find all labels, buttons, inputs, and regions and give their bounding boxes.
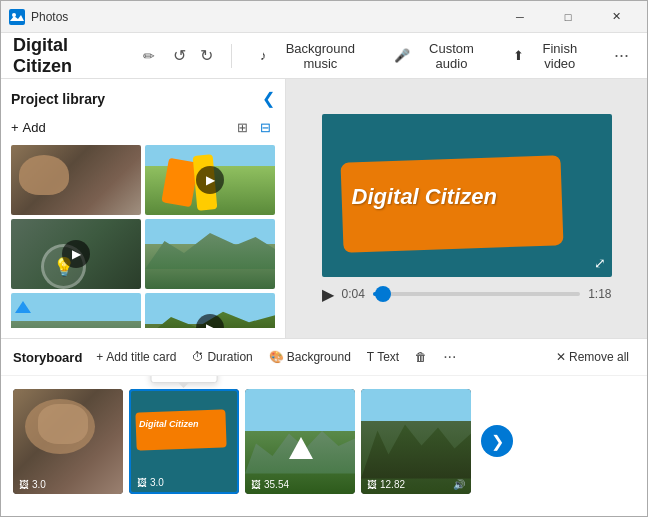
card-label-4: 🖼 12.82 <box>367 479 405 490</box>
card-inner-4: 🖼 12.82 🔊 <box>361 389 471 494</box>
app-icon <box>9 9 25 25</box>
media-thumbnail-3[interactable]: 💡 ▶ <box>11 219 141 289</box>
window-controls: ─ □ ✕ <box>497 1 639 33</box>
close-button[interactable]: ✕ <box>593 1 639 33</box>
audio-icon-4: 🔊 <box>453 479 465 490</box>
custom-audio-button[interactable]: 🎤 Custom audio <box>386 37 496 75</box>
text-icon: T <box>367 350 374 364</box>
storyboard-card-4[interactable]: 🖼 12.82 🔊 <box>361 389 471 494</box>
storyboard-card-3[interactable]: 🖼 35.54 <box>245 389 355 494</box>
media-thumbnail-4[interactable] <box>145 219 275 289</box>
more-storyboard-button[interactable]: ··· <box>437 345 462 369</box>
grid-view-button[interactable]: ⊞ <box>233 118 252 137</box>
sidebar-title: Project library <box>11 91 105 107</box>
card-label-3: 🖼 35.54 <box>251 479 289 490</box>
undo-redo-group: ↺ ↻ <box>167 42 219 69</box>
media-grid: ▶ 💡 ▶ ▶ <box>11 145 275 328</box>
image-icon-2: 🖼 <box>137 477 147 488</box>
image-icon-1: 🖼 <box>19 479 29 490</box>
storyboard-area: Storyboard + Add title card ⏱ Duration 🎨… <box>1 338 647 517</box>
card-label-2: 🖼 3.0 <box>137 477 164 488</box>
image-icon-4: 🖼 <box>367 479 377 490</box>
sidebar-toolbar: + Add ⊞ ⊟ <box>11 118 275 137</box>
restore-button[interactable]: □ <box>545 1 591 33</box>
progress-thumb[interactable] <box>375 286 391 302</box>
sidebar-header: Project library ❮ <box>11 89 275 108</box>
storyboard-card-1[interactable]: 🖼 3.0 <box>13 389 123 494</box>
toolbar-separator <box>231 44 232 68</box>
sidebar: Project library ❮ + Add ⊞ ⊟ <box>1 79 286 338</box>
orange-brush-mini <box>135 409 226 450</box>
toolbar: Digital Citizen ✏ ↺ ↻ ♪ Background music… <box>1 33 647 79</box>
redo-button[interactable]: ↻ <box>194 42 219 69</box>
play-overlay-2: ▶ <box>196 166 224 194</box>
media-thumbnail-2[interactable]: ▶ <box>145 145 275 215</box>
finish-video-button[interactable]: ⬆ Finish video <box>505 37 600 75</box>
clock-icon: ⏱ <box>192 350 204 364</box>
remove-all-button[interactable]: ✕ Remove all <box>550 347 635 367</box>
image-icon-3: 🖼 <box>251 479 261 490</box>
storyboard-scroll: 🖼 3.0 Title card Digital Citizen 🖼 3.0 <box>1 376 647 506</box>
storyboard-title: Storyboard <box>13 350 82 365</box>
preview-area: Digital Citizen ⤢ ▶ 0:04 1:18 <box>286 79 647 338</box>
sidebar-collapse-button[interactable]: ❮ <box>262 89 275 108</box>
progress-track[interactable] <box>373 292 580 296</box>
main-area: Project library ❮ + Add ⊞ ⊟ <box>1 79 647 338</box>
upload-icon: ⬆ <box>513 48 524 63</box>
card-inner-1: 🖼 3.0 <box>13 389 123 494</box>
media-thumbnail-6[interactable]: ▶ <box>145 293 275 328</box>
plus-icon: + <box>11 120 19 135</box>
preview-title-text: Digital Citizen <box>352 184 497 210</box>
expand-button[interactable]: ⤢ <box>594 255 606 271</box>
media-thumbnail-1[interactable] <box>11 145 141 215</box>
card-inner-3: 🖼 35.54 <box>245 389 355 494</box>
add-media-button[interactable]: + Add <box>11 120 46 135</box>
minimize-button[interactable]: ─ <box>497 1 543 33</box>
time-total: 1:18 <box>588 287 611 301</box>
background-icon: 🎨 <box>269 350 284 364</box>
app-title: Photos <box>31 10 497 24</box>
scroll-next-button[interactable]: ❯ <box>481 425 513 457</box>
storyboard-card-2[interactable]: Title card Digital Citizen 🖼 3.0 <box>129 389 239 494</box>
svg-rect-0 <box>9 9 25 25</box>
background-music-button[interactable]: ♪ Background music <box>252 37 378 75</box>
playback-controls: ▶ 0:04 1:18 <box>322 285 612 304</box>
card-label-1: 🖼 3.0 <box>19 479 46 490</box>
storyboard-toolbar: Storyboard + Add title card ⏱ Duration 🎨… <box>1 339 647 376</box>
delete-button[interactable]: 🗑 <box>409 347 433 367</box>
play-button[interactable]: ▶ <box>322 285 334 304</box>
list-view-button[interactable]: ⊟ <box>256 118 275 137</box>
edit-title-button[interactable]: ✏ <box>139 46 159 66</box>
more-options-button[interactable]: ··· <box>608 41 635 70</box>
video-preview: Digital Citizen ⤢ <box>322 114 612 277</box>
titlebar: Photos ─ □ ✕ <box>1 1 647 33</box>
close-icon: ✕ <box>556 350 566 364</box>
undo-button[interactable]: ↺ <box>167 42 192 69</box>
time-current: 0:04 <box>342 287 365 301</box>
microphone-icon: 🎤 <box>394 48 410 63</box>
project-title: Digital Citizen <box>13 35 125 77</box>
play-overlay-3: ▶ <box>62 240 90 268</box>
music-icon: ♪ <box>260 48 267 63</box>
plus-icon: + <box>96 350 103 364</box>
trash-icon: 🗑 <box>415 350 427 364</box>
duration-button[interactable]: ⏱ Duration <box>186 347 258 367</box>
title-card-tooltip: Title card <box>151 376 218 383</box>
media-thumbnail-5[interactable] <box>11 293 141 328</box>
text-button[interactable]: T Text <box>361 347 405 367</box>
title-text-mini: Digital Citizen <box>139 419 199 429</box>
view-toggle: ⊞ ⊟ <box>233 118 275 137</box>
background-button[interactable]: 🎨 Background <box>263 347 357 367</box>
add-title-card-button[interactable]: + Add title card <box>90 347 182 367</box>
card-inner-2: Digital Citizen 🖼 3.0 <box>129 389 239 494</box>
